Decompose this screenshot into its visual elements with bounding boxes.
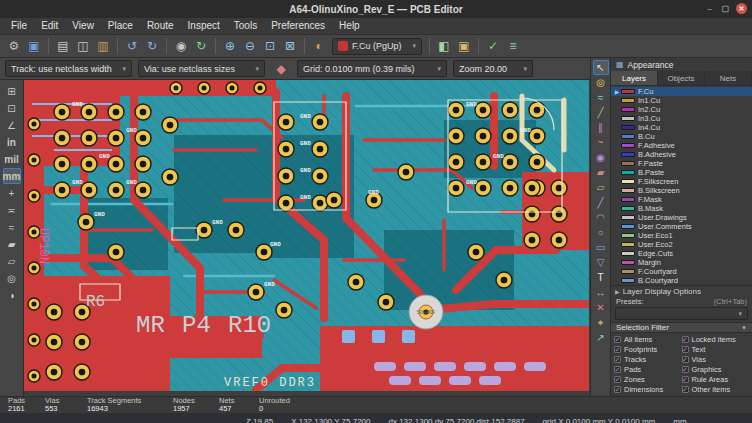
menu-help[interactable]: Help <box>332 18 367 34</box>
drc-icon[interactable]: ✓ <box>484 37 502 55</box>
layer-row-user-eco1[interactable]: User.Eco1 <box>611 231 752 240</box>
checkbox[interactable]: ✓ <box>682 386 689 393</box>
curved-ratsnest-icon[interactable]: ≈ <box>3 219 21 235</box>
circle-tool-icon[interactable]: ○ <box>593 225 609 240</box>
menu-route[interactable]: Route <box>140 18 181 34</box>
checkbox[interactable]: ✓ <box>682 346 689 353</box>
diff-pair-tool-icon[interactable]: ∥ <box>593 120 609 135</box>
grid-visibility-icon[interactable]: ⊞ <box>3 83 21 99</box>
save-icon[interactable]: ▣ <box>25 37 43 55</box>
active-layer-selector[interactable]: F.Cu (PgUp) ▾ <box>332 38 422 55</box>
checkbox[interactable]: ✓ <box>682 336 689 343</box>
print-icon[interactable]: ◫ <box>74 37 92 55</box>
footprint-editor-icon[interactable]: ◧ <box>435 37 453 55</box>
delete-tool-icon[interactable]: ✕ <box>593 300 609 315</box>
track-width-selector[interactable]: Track: use netclass width ▾ <box>5 60 132 77</box>
route-track-tool-icon[interactable]: ╱ <box>593 105 609 120</box>
maximize-button[interactable]: ▢ <box>720 3 731 14</box>
layer-row-b-adhesive[interactable]: B.Adhesive <box>611 150 752 159</box>
filter-other-items[interactable]: ✓Other items <box>682 385 750 394</box>
layer-color-swatch[interactable] <box>621 260 635 265</box>
layer-color-swatch[interactable] <box>621 242 635 247</box>
tune-length-tool-icon[interactable]: ~ <box>593 135 609 150</box>
select-tool-icon[interactable]: ↖ <box>593 60 609 75</box>
dimension-tool-icon[interactable]: ↔ <box>593 285 609 300</box>
tab-layers[interactable]: Layers <box>611 71 658 85</box>
zone-tool-icon[interactable]: ▰ <box>593 165 609 180</box>
3d-viewer-icon[interactable]: ▣ <box>455 37 473 55</box>
filter-text[interactable]: ✓Text <box>682 345 750 354</box>
layer-row-in4-cu[interactable]: In4.Cu <box>611 123 752 132</box>
high-contrast-icon[interactable]: ◑ <box>3 287 21 303</box>
pcb-canvas[interactable]: GNDGNDGNDGNDGNDGNDGNDGNDGNDGNDGNDGNDGNDG… <box>24 80 589 391</box>
polar-coords-icon[interactable]: ∠ <box>3 117 21 133</box>
menu-file[interactable]: File <box>4 18 34 34</box>
filter-pads[interactable]: ✓Pads <box>614 365 682 374</box>
checkbox[interactable]: ✓ <box>614 386 621 393</box>
cursor-shape-icon[interactable]: + <box>3 185 21 201</box>
zoom-selection-icon[interactable]: ⊠ <box>281 37 299 55</box>
checkbox[interactable]: ✓ <box>682 366 689 373</box>
zoom-selector[interactable]: Zoom 20.00 ▾ <box>453 60 533 77</box>
layer-row-b-mask[interactable]: B.Mask <box>611 204 752 213</box>
menu-edit[interactable]: Edit <box>34 18 65 34</box>
redo-icon[interactable]: ↻ <box>143 37 161 55</box>
layer-row-edge-cuts[interactable]: Edge.Cuts <box>611 249 752 258</box>
layer-row-b-courtyard[interactable]: B.Courtyard <box>611 276 752 285</box>
layer-color-swatch[interactable] <box>621 197 635 202</box>
presets-selector[interactable]: ▾ <box>615 307 748 320</box>
arc-tool-icon[interactable]: ◠ <box>593 210 609 225</box>
plot-icon[interactable]: ▥ <box>94 37 112 55</box>
layer-color-swatch[interactable] <box>621 215 635 220</box>
tab-nets[interactable]: Nets <box>705 71 752 85</box>
layer-color-swatch[interactable] <box>621 152 635 157</box>
layer-color-swatch[interactable] <box>621 179 635 184</box>
layer-row-f-cu[interactable]: ▶F.Cu <box>611 87 752 96</box>
layer-color-swatch[interactable] <box>621 224 635 229</box>
polygon-tool-icon[interactable]: ▽ <box>593 255 609 270</box>
menu-view[interactable]: View <box>65 18 101 34</box>
layer-row-user-eco2[interactable]: User.Eco2 <box>611 240 752 249</box>
units-mils-icon[interactable]: mil <box>3 151 21 167</box>
layer-color-swatch[interactable] <box>621 107 635 112</box>
grid-selector[interactable]: Grid: 0.0100 mm (0.39 mils) ▾ <box>297 60 447 77</box>
zoom-fit-icon[interactable]: ⊡ <box>261 37 279 55</box>
line-tool-icon[interactable]: ╱ <box>593 195 609 210</box>
layer-row-b-paste[interactable]: B.Paste <box>611 168 752 177</box>
checkbox[interactable]: ✓ <box>614 346 621 353</box>
origin-tool-icon[interactable]: ⌖ <box>593 315 609 330</box>
zone-outline-icon[interactable]: ▱ <box>3 253 21 269</box>
close-button[interactable]: ✕ <box>736 3 747 14</box>
menu-preferences[interactable]: Preferences <box>264 18 332 34</box>
layer-row-in2-cu[interactable]: In2.Cu <box>611 105 752 114</box>
filter-all-items[interactable]: ✓All items <box>614 335 682 344</box>
find-icon[interactable]: ◉ <box>172 37 190 55</box>
menu-place[interactable]: Place <box>101 18 140 34</box>
filter-zones[interactable]: ✓Zones <box>614 375 682 384</box>
layer-pair-icon[interactable]: ◐ <box>310 37 328 55</box>
layer-color-swatch[interactable] <box>621 233 635 238</box>
checkbox[interactable]: ✓ <box>682 356 689 363</box>
menu-tools[interactable]: Tools <box>227 18 264 34</box>
units-mm-icon[interactable]: mm <box>3 168 21 184</box>
filter-dimensions[interactable]: ✓Dimensions <box>614 385 682 394</box>
filter-footprints[interactable]: ✓Footprints <box>614 345 682 354</box>
layer-row-user-drawings[interactable]: User.Drawings <box>611 213 752 222</box>
layer-color-swatch[interactable] <box>621 269 635 274</box>
zoom-out-icon[interactable]: ⊖ <box>241 37 259 55</box>
filter-tracks[interactable]: ✓Tracks <box>614 355 682 364</box>
ratsnest-icon[interactable]: ≍ <box>3 202 21 218</box>
layer-row-b-cu[interactable]: B.Cu <box>611 132 752 141</box>
local-ratsnest-tool-icon[interactable]: ≈ <box>593 90 609 105</box>
layer-color-swatch[interactable] <box>621 98 635 103</box>
via-tool-icon[interactable]: ◉ <box>593 150 609 165</box>
checkbox[interactable]: ✓ <box>682 376 689 383</box>
undo-icon[interactable]: ↺ <box>123 37 141 55</box>
pad-outline-icon[interactable]: ◎ <box>3 270 21 286</box>
units-inches-icon[interactable]: in <box>3 134 21 150</box>
layer-color-swatch[interactable] <box>621 116 635 121</box>
grid-dots-icon[interactable]: ⊡ <box>3 100 21 116</box>
zoom-in-icon[interactable]: ⊕ <box>221 37 239 55</box>
layer-color-swatch[interactable] <box>621 278 635 283</box>
selection-filter-header[interactable]: Selection Filter ▼ <box>611 322 752 333</box>
